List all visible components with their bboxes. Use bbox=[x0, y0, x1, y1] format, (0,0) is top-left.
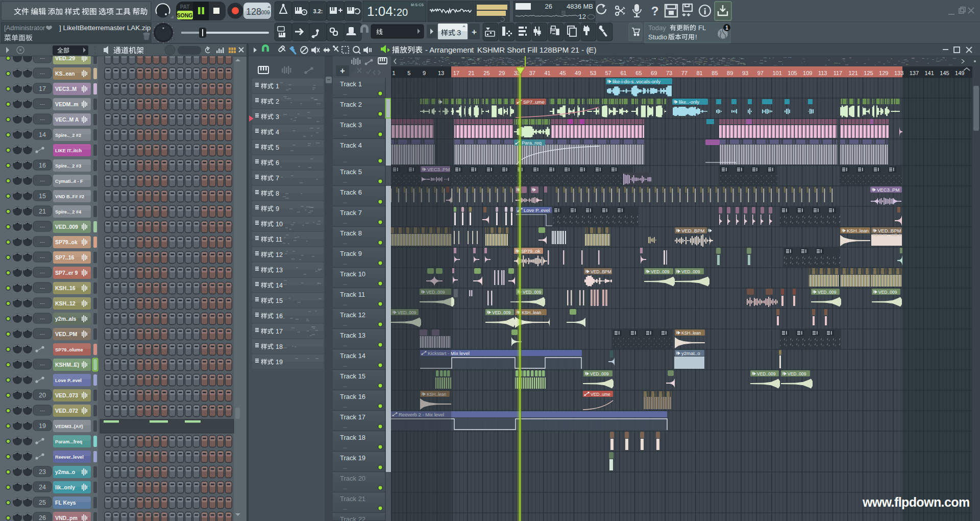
svg-text:137: 137 bbox=[910, 70, 919, 76]
svg-text:Track 10: Track 10 bbox=[340, 270, 365, 278]
svg-text:129: 129 bbox=[879, 70, 888, 76]
svg-text:VED..072: VED..072 bbox=[55, 408, 78, 414]
svg-text:89: 89 bbox=[727, 70, 733, 76]
svg-text:Studio: Studio bbox=[648, 33, 667, 41]
svg-text:Track 21: Track 21 bbox=[340, 495, 365, 503]
svg-text:5: 5 bbox=[407, 70, 410, 76]
svg-text:1: 1 bbox=[725, 25, 728, 31]
svg-text:Track 4: Track 4 bbox=[340, 141, 362, 149]
svg-text:LIKE IT..itch: LIKE IT..itch bbox=[55, 148, 82, 153]
svg-text:y2ma..o: y2ma..o bbox=[55, 469, 75, 475]
svg-text:+: + bbox=[472, 27, 477, 37]
svg-text:---: --- bbox=[40, 316, 45, 321]
svg-text:---: --- bbox=[40, 70, 45, 76]
svg-text:13: 13 bbox=[276, 267, 283, 274]
svg-text:...: ... bbox=[343, 91, 347, 96]
svg-text:VED..009: VED..009 bbox=[681, 269, 700, 274]
svg-text:Track 6: Track 6 bbox=[340, 188, 362, 196]
svg-text:...: ... bbox=[343, 158, 347, 163]
svg-text:---: --- bbox=[40, 178, 45, 183]
svg-text:---: --- bbox=[40, 300, 45, 306]
svg-text:77: 77 bbox=[681, 70, 688, 76]
svg-text:128: 128 bbox=[246, 7, 261, 17]
svg-text:VED..009: VED..009 bbox=[55, 224, 78, 230]
svg-text:...: ... bbox=[343, 301, 347, 306]
svg-text:VED..009: VED..009 bbox=[523, 290, 542, 295]
svg-text:11: 11 bbox=[276, 236, 282, 243]
svg-text:2: 2 bbox=[276, 98, 279, 105]
svg-text:like-i-do-s..vocals-only: like-i-do-s..vocals-only bbox=[612, 79, 660, 84]
svg-text:117: 117 bbox=[834, 70, 843, 76]
svg-text:37: 37 bbox=[529, 70, 535, 76]
svg-text:145: 145 bbox=[940, 70, 949, 76]
svg-text:KSH..lean: KSH..lean bbox=[847, 228, 869, 233]
svg-text:141: 141 bbox=[925, 70, 934, 76]
svg-text:Today: Today bbox=[648, 24, 666, 32]
svg-text:---: --- bbox=[40, 362, 45, 367]
svg-text:VND..pm: VND..pm bbox=[55, 515, 78, 521]
svg-text:...: ... bbox=[343, 199, 347, 204]
svg-text:...: ... bbox=[343, 132, 347, 137]
svg-text:FL Keys: FL Keys bbox=[55, 500, 76, 506]
svg-text:SONG: SONG bbox=[177, 12, 193, 18]
svg-text:...: ... bbox=[343, 404, 347, 409]
svg-text:26: 26 bbox=[545, 3, 552, 10]
svg-text:Track 3: Track 3 bbox=[340, 121, 362, 129]
svg-text:Spire.._2 #3: Spire.._2 #3 bbox=[55, 163, 81, 169]
svg-text:23: 23 bbox=[39, 468, 46, 476]
svg-text:4: 4 bbox=[276, 129, 279, 136]
svg-text:?: ? bbox=[651, 4, 659, 18]
svg-text:21: 21 bbox=[39, 208, 46, 215]
svg-text:---: --- bbox=[40, 285, 45, 291]
svg-text:73: 73 bbox=[666, 70, 672, 76]
svg-text:Param...freq: Param...freq bbox=[55, 439, 82, 444]
svg-text:- Arrangement: - Arrangement bbox=[425, 45, 474, 54]
svg-text:www.flpdown.com: www.flpdown.com bbox=[862, 495, 970, 509]
svg-text:3.2:: 3.2: bbox=[313, 8, 323, 14]
svg-text:Spire.._2 #4: Spire.._2 #4 bbox=[55, 209, 82, 215]
svg-text:VEC3..M: VEC3..M bbox=[55, 86, 77, 92]
svg-text:VEDM3..(A#): VEDM3..(A#) bbox=[55, 424, 83, 429]
svg-text:...: ... bbox=[343, 179, 347, 184]
svg-text:16: 16 bbox=[39, 162, 46, 169]
svg-text:...: ... bbox=[343, 485, 347, 490]
svg-text:13: 13 bbox=[438, 70, 444, 76]
svg-text:y2m..als: y2m..als bbox=[55, 316, 77, 322]
svg-text:24: 24 bbox=[39, 484, 46, 491]
svg-text:109: 109 bbox=[803, 70, 812, 76]
svg-text:Track 16: Track 16 bbox=[340, 393, 365, 400]
svg-text:---: --- bbox=[40, 254, 45, 260]
svg-text:VED..009: VED..009 bbox=[878, 290, 897, 295]
svg-text:VED..ume: VED..ume bbox=[591, 392, 610, 397]
svg-text:SP79..olume: SP79..olume bbox=[55, 347, 83, 352]
svg-text:Track 2: Track 2 bbox=[340, 101, 362, 108]
svg-text:7: 7 bbox=[276, 175, 279, 182]
svg-text:6: 6 bbox=[276, 159, 279, 167]
svg-text:9: 9 bbox=[276, 205, 279, 212]
svg-text:125: 125 bbox=[864, 70, 873, 76]
svg-text:17: 17 bbox=[453, 70, 459, 76]
svg-text:y2mat..o: y2mat..o bbox=[681, 350, 700, 356]
svg-text:81: 81 bbox=[697, 70, 703, 76]
svg-text:12: 12 bbox=[276, 251, 283, 258]
svg-text:1: 1 bbox=[393, 70, 396, 76]
svg-text:21: 21 bbox=[469, 70, 475, 76]
svg-text:5: 5 bbox=[276, 144, 279, 151]
svg-text:VED..009: VED..009 bbox=[651, 269, 670, 274]
svg-text:57: 57 bbox=[605, 70, 611, 76]
svg-text:3: 3 bbox=[457, 28, 461, 37]
svg-text:KSH..lean: KSH..lean bbox=[522, 310, 542, 315]
svg-text:---: --- bbox=[40, 101, 45, 107]
svg-text:29: 29 bbox=[499, 70, 505, 76]
svg-text:---: --- bbox=[40, 224, 45, 229]
svg-text:Love P..evel: Love P..evel bbox=[55, 378, 82, 383]
svg-text:133: 133 bbox=[894, 70, 903, 76]
svg-text:Track 12: Track 12 bbox=[340, 311, 365, 319]
svg-text:...: ... bbox=[343, 111, 347, 116]
svg-text:Track 20: Track 20 bbox=[340, 475, 365, 482]
svg-text:Track 8: Track 8 bbox=[340, 229, 362, 237]
svg-text:...: ... bbox=[343, 220, 347, 225]
svg-text:KSHM..E): KSHM..E) bbox=[55, 362, 79, 368]
svg-text:...: ... bbox=[343, 506, 347, 511]
svg-text:49: 49 bbox=[575, 70, 581, 76]
